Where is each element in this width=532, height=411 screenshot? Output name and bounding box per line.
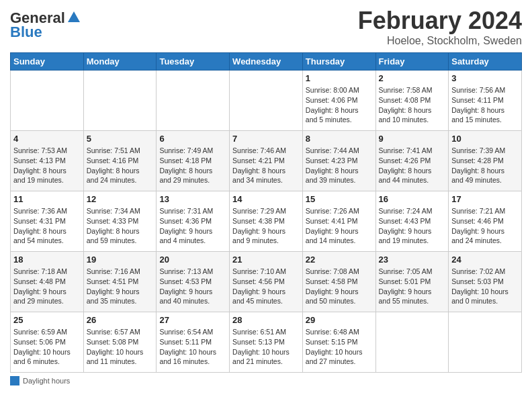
day-number: 17 (451, 193, 519, 205)
day-info: Sunrise: 7:29 AM Sunset: 4:38 PM Dayligh… (232, 206, 300, 246)
day-number: 9 (379, 133, 446, 145)
day-number: 21 (232, 254, 300, 266)
day-number: 11 (13, 193, 81, 205)
calendar-cell: 23Sunrise: 7:05 AM Sunset: 5:01 PM Dayli… (375, 252, 449, 312)
calendar-cell (11, 71, 84, 131)
calendar-cell: 27Sunrise: 6:54 AM Sunset: 5:11 PM Dayli… (157, 312, 230, 373)
day-info: Sunrise: 8:00 AM Sunset: 4:06 PM Dayligh… (306, 85, 373, 125)
day-info: Sunrise: 6:51 AM Sunset: 5:13 PM Dayligh… (232, 327, 300, 367)
day-number: 26 (87, 314, 154, 326)
calendar-cell: 22Sunrise: 7:08 AM Sunset: 4:58 PM Dayli… (302, 252, 375, 312)
col-header-thursday: Thursday (302, 53, 375, 71)
title-section: February 2024 Hoeloe, Stockholm, Sweden (358, 7, 522, 47)
day-info: Sunrise: 7:41 AM Sunset: 4:26 PM Dayligh… (379, 146, 446, 185)
footer: Daylight hours (10, 376, 522, 385)
day-info: Sunrise: 7:10 AM Sunset: 4:56 PM Dayligh… (232, 267, 300, 306)
day-number: 6 (159, 133, 226, 145)
calendar-cell: 4Sunrise: 7:53 AM Sunset: 4:13 PM Daylig… (11, 131, 84, 191)
calendar-cell (230, 71, 303, 131)
day-number: 14 (232, 193, 300, 205)
svg-marker-0 (68, 11, 80, 22)
calendar-cell: 29Sunrise: 6:48 AM Sunset: 5:15 PM Dayli… (302, 312, 375, 373)
calendar-cell: 1Sunrise: 8:00 AM Sunset: 4:06 PM Daylig… (302, 71, 375, 131)
day-info: Sunrise: 7:36 AM Sunset: 4:31 PM Dayligh… (13, 206, 81, 246)
col-header-wednesday: Wednesday (230, 53, 303, 71)
calendar-cell: 12Sunrise: 7:34 AM Sunset: 4:33 PM Dayli… (83, 191, 157, 252)
day-number: 24 (451, 254, 519, 266)
calendar-cell: 18Sunrise: 7:18 AM Sunset: 4:48 PM Dayli… (11, 252, 84, 312)
calendar-cell: 25Sunrise: 6:59 AM Sunset: 5:06 PM Dayli… (11, 312, 84, 373)
day-info: Sunrise: 7:21 AM Sunset: 4:46 PM Dayligh… (451, 206, 519, 246)
calendar-cell: 8Sunrise: 7:44 AM Sunset: 4:23 PM Daylig… (302, 131, 375, 191)
calendar-cell: 20Sunrise: 7:13 AM Sunset: 4:53 PM Dayli… (157, 252, 230, 312)
day-number: 27 (159, 314, 226, 326)
day-info: Sunrise: 7:34 AM Sunset: 4:33 PM Dayligh… (87, 206, 154, 246)
day-number: 29 (306, 314, 373, 326)
calendar-cell: 10Sunrise: 7:39 AM Sunset: 4:28 PM Dayli… (449, 131, 522, 191)
col-header-friday: Friday (375, 53, 449, 71)
logo: General Blue (10, 10, 81, 41)
day-info: Sunrise: 7:49 AM Sunset: 4:18 PM Dayligh… (159, 146, 226, 185)
day-info: Sunrise: 7:31 AM Sunset: 4:36 PM Dayligh… (159, 206, 226, 246)
day-number: 4 (13, 133, 81, 145)
day-number: 22 (306, 254, 373, 266)
col-header-saturday: Saturday (449, 53, 522, 71)
col-header-monday: Monday (83, 53, 157, 71)
day-info: Sunrise: 7:18 AM Sunset: 4:48 PM Dayligh… (13, 267, 81, 306)
calendar-cell (157, 71, 230, 131)
day-info: Sunrise: 7:16 AM Sunset: 4:51 PM Dayligh… (87, 267, 154, 306)
day-info: Sunrise: 7:58 AM Sunset: 4:08 PM Dayligh… (379, 85, 446, 125)
page: General Blue February 2024 Hoeloe, Stock… (0, 0, 532, 392)
day-number: 10 (451, 133, 519, 145)
day-info: Sunrise: 7:13 AM Sunset: 4:53 PM Dayligh… (159, 267, 226, 306)
calendar-week-row: 18Sunrise: 7:18 AM Sunset: 4:48 PM Dayli… (11, 252, 522, 312)
day-number: 23 (379, 254, 446, 266)
day-number: 13 (159, 193, 226, 205)
col-header-sunday: Sunday (11, 53, 84, 71)
calendar-cell (83, 71, 157, 131)
day-number: 1 (306, 73, 373, 85)
calendar-cell: 24Sunrise: 7:02 AM Sunset: 5:03 PM Dayli… (449, 252, 522, 312)
month-title: February 2024 (358, 7, 522, 35)
col-header-tuesday: Tuesday (157, 53, 230, 71)
day-info: Sunrise: 7:05 AM Sunset: 5:01 PM Dayligh… (379, 267, 446, 306)
calendar-cell: 11Sunrise: 7:36 AM Sunset: 4:31 PM Dayli… (11, 191, 84, 252)
calendar-cell (375, 312, 449, 373)
footer-label: Daylight hours (23, 377, 70, 385)
day-info: Sunrise: 7:51 AM Sunset: 4:16 PM Dayligh… (87, 146, 154, 185)
footer-box-icon (10, 376, 19, 385)
calendar-cell (449, 312, 522, 373)
day-info: Sunrise: 7:26 AM Sunset: 4:41 PM Dayligh… (306, 206, 373, 246)
location: Hoeloe, Stockholm, Sweden (358, 35, 522, 47)
day-info: Sunrise: 7:02 AM Sunset: 5:03 PM Dayligh… (451, 267, 519, 306)
day-number: 15 (306, 193, 373, 205)
calendar-cell: 2Sunrise: 7:58 AM Sunset: 4:08 PM Daylig… (375, 71, 449, 131)
calendar-cell: 28Sunrise: 6:51 AM Sunset: 5:13 PM Dayli… (230, 312, 303, 373)
day-number: 2 (379, 73, 446, 85)
day-info: Sunrise: 6:54 AM Sunset: 5:11 PM Dayligh… (159, 327, 226, 367)
calendar-table: SundayMondayTuesdayWednesdayThursdayFrid… (10, 52, 522, 373)
calendar-week-row: 25Sunrise: 6:59 AM Sunset: 5:06 PM Dayli… (11, 312, 522, 373)
day-info: Sunrise: 7:08 AM Sunset: 4:58 PM Dayligh… (306, 267, 373, 306)
day-number: 25 (13, 314, 81, 326)
day-info: Sunrise: 6:48 AM Sunset: 5:15 PM Dayligh… (306, 327, 373, 367)
day-info: Sunrise: 7:24 AM Sunset: 4:43 PM Dayligh… (379, 206, 446, 246)
day-info: Sunrise: 6:57 AM Sunset: 5:08 PM Dayligh… (87, 327, 154, 367)
calendar-cell: 26Sunrise: 6:57 AM Sunset: 5:08 PM Dayli… (83, 312, 157, 373)
calendar-cell: 13Sunrise: 7:31 AM Sunset: 4:36 PM Dayli… (157, 191, 230, 252)
calendar-cell: 6Sunrise: 7:49 AM Sunset: 4:18 PM Daylig… (157, 131, 230, 191)
calendar-cell: 3Sunrise: 7:56 AM Sunset: 4:11 PM Daylig… (449, 71, 522, 131)
calendar-week-row: 11Sunrise: 7:36 AM Sunset: 4:31 PM Dayli… (11, 191, 522, 252)
day-number: 18 (13, 254, 81, 266)
calendar-cell: 21Sunrise: 7:10 AM Sunset: 4:56 PM Dayli… (230, 252, 303, 312)
day-info: Sunrise: 7:53 AM Sunset: 4:13 PM Dayligh… (13, 146, 81, 185)
logo-triangle-icon (66, 10, 81, 25)
calendar-cell: 19Sunrise: 7:16 AM Sunset: 4:51 PM Dayli… (83, 252, 157, 312)
day-info: Sunrise: 7:56 AM Sunset: 4:11 PM Dayligh… (451, 85, 519, 125)
day-info: Sunrise: 7:44 AM Sunset: 4:23 PM Dayligh… (306, 146, 373, 185)
header: General Blue February 2024 Hoeloe, Stock… (10, 7, 522, 47)
day-number: 7 (232, 133, 300, 145)
day-info: Sunrise: 7:46 AM Sunset: 4:21 PM Dayligh… (232, 146, 300, 185)
day-info: Sunrise: 7:39 AM Sunset: 4:28 PM Dayligh… (451, 146, 519, 185)
calendar-cell: 9Sunrise: 7:41 AM Sunset: 4:26 PM Daylig… (375, 131, 449, 191)
